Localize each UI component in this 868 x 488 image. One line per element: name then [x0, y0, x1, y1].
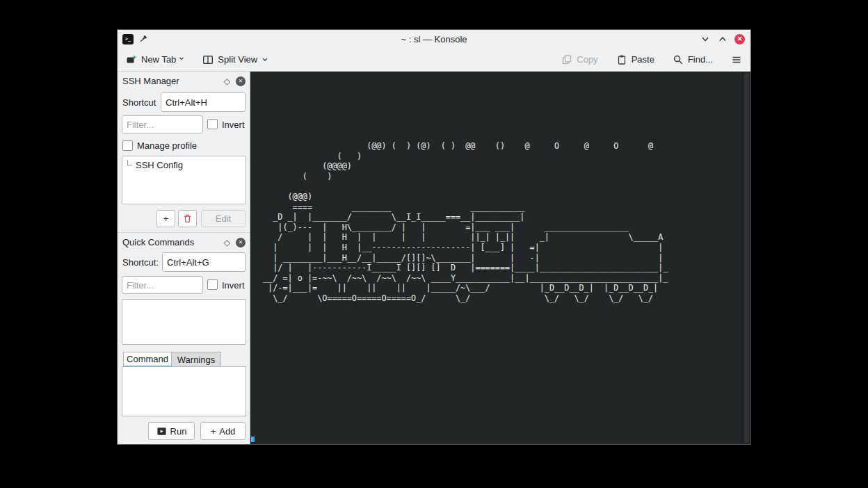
- qc-command-list[interactable]: [122, 299, 246, 345]
- close-button[interactable]: ✕: [734, 34, 745, 44]
- qc-invert-label: Invert: [222, 280, 245, 291]
- terminal-scrollbar[interactable]: [742, 72, 750, 444]
- tree-branch-icon: [127, 160, 132, 165]
- manage-profile-checkbox[interactable]: [122, 140, 133, 151]
- tab-warnings[interactable]: Warnings: [172, 352, 221, 367]
- qc-add-button[interactable]: + Add: [200, 422, 246, 440]
- main-toolbar: New Tab Split View Copy: [118, 48, 750, 72]
- qc-shortcut-label: Shortcut:: [122, 257, 159, 268]
- scrollbar-handle[interactable]: [744, 73, 749, 443]
- search-icon: [673, 54, 684, 65]
- quick-commands-panel-title: Quick Commands: [122, 237, 194, 248]
- qc-panel-close-icon[interactable]: ✕: [236, 238, 246, 247]
- split-view-button[interactable]: Split View: [202, 54, 268, 65]
- minimize-button[interactable]: [700, 33, 711, 44]
- paste-icon: [616, 54, 627, 65]
- copy-icon: [561, 54, 572, 65]
- ssh-shortcut-label: Shortcut: [122, 97, 156, 108]
- ssh-profile-tree[interactable]: SSH Config: [122, 156, 246, 204]
- ssh-add-button[interactable]: +: [156, 210, 175, 227]
- qc-shortcut-input[interactable]: [162, 252, 246, 272]
- ssh-panel-float-icon[interactable]: ◇: [224, 77, 230, 86]
- pin-icon[interactable]: [138, 34, 148, 44]
- find-button[interactable]: Find...: [673, 54, 713, 65]
- panel-splitter[interactable]: [118, 232, 250, 233]
- paste-button[interactable]: Paste: [616, 54, 654, 65]
- new-tab-icon: [126, 54, 137, 65]
- tree-item-ssh-config[interactable]: SSH Config: [122, 156, 246, 170]
- qc-filter-input[interactable]: [122, 276, 203, 294]
- qc-run-button[interactable]: Run: [148, 422, 195, 440]
- terminal-display[interactable]: (@@) ( ) (@) ( ) @@ () @ O @ O @ ( ) (@@…: [250, 72, 750, 444]
- new-tab-dropdown-icon: [179, 53, 184, 63]
- hamburger-menu-button[interactable]: [731, 54, 742, 65]
- ssh-invert-checkbox[interactable]: [207, 119, 218, 129]
- qc-panel-float-icon[interactable]: ◇: [224, 238, 230, 247]
- split-view-icon: [202, 54, 214, 65]
- plus-icon: +: [211, 426, 216, 437]
- ssh-shortcut-input[interactable]: [161, 92, 246, 112]
- titlebar[interactable]: >_ ~ : sl — Konsole ✕: [118, 30, 750, 48]
- run-icon: [156, 426, 167, 437]
- session-activity-indicator: [251, 437, 255, 442]
- copy-button[interactable]: Copy: [561, 54, 597, 65]
- qc-command-editor[interactable]: [122, 366, 246, 416]
- split-view-dropdown-icon: [262, 54, 268, 65]
- terminal-ascii-art: (@@) ( ) (@) ( ) @@ () @ O @ O @ ( ) (@@…: [263, 141, 668, 304]
- ssh-edit-button[interactable]: Edit: [201, 210, 246, 227]
- ssh-manager-panel-title: SSH Manager: [122, 76, 179, 87]
- ssh-remove-button[interactable]: [178, 210, 197, 227]
- qc-invert-checkbox[interactable]: [207, 279, 218, 290]
- ssh-invert-label: Invert: [222, 120, 245, 130]
- ssh-filter-input[interactable]: [122, 115, 203, 133]
- hamburger-menu-icon: [731, 54, 742, 65]
- tab-command[interactable]: Command: [123, 352, 172, 367]
- ssh-panel-close-icon[interactable]: ✕: [236, 76, 246, 86]
- window-content: SSH Manager ◇ ✕ Shortcut Invert Manage p…: [118, 72, 750, 444]
- window-title: ~ : sl — Konsole: [118, 34, 750, 44]
- manage-profile-label: Manage profile: [137, 140, 197, 151]
- konsole-app-icon[interactable]: >_: [122, 34, 134, 44]
- sidebar: SSH Manager ◇ ✕ Shortcut Invert Manage p…: [118, 72, 250, 444]
- maximize-button[interactable]: [717, 33, 728, 44]
- new-tab-button[interactable]: New Tab: [126, 53, 184, 67]
- konsole-window: >_ ~ : sl — Konsole ✕: [117, 29, 751, 445]
- trash-icon: [182, 213, 193, 224]
- desktop-background: >_ ~ : sl — Konsole ✕: [0, 0, 868, 488]
